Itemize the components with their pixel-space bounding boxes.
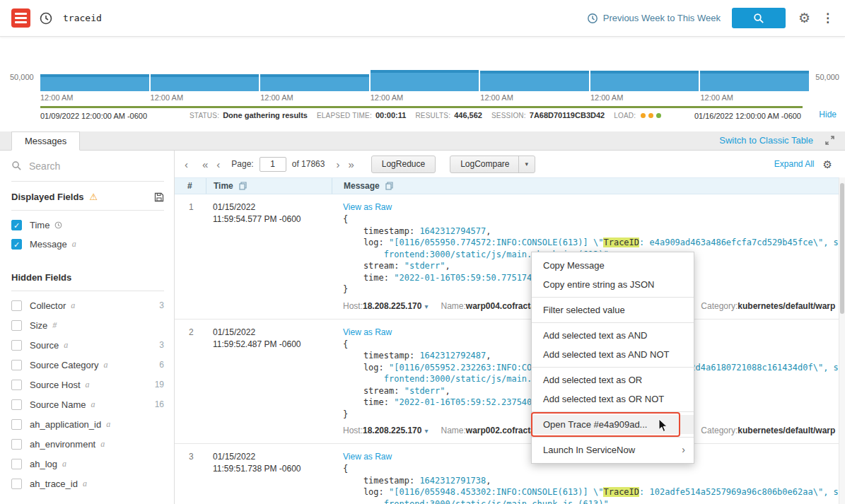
last-page-icon[interactable]: » — [348, 159, 354, 170]
log-text: , — [486, 351, 491, 361]
status-label: STATUS: — [190, 112, 219, 119]
checkbox[interactable] — [11, 399, 22, 410]
save-fields-icon[interactable] — [154, 192, 164, 202]
message-rows: 101/15/202211:59:54.577 PM -0600View as … — [175, 194, 839, 504]
field-search-input[interactable] — [29, 160, 135, 172]
meta-label: Name: — [441, 426, 465, 435]
field-type-icon: a — [62, 459, 66, 469]
log-text: { — [343, 464, 348, 474]
context-menu-item-launch-in-servicenow[interactable]: Launch In ServiceNow› — [532, 440, 694, 459]
switch-to-classic-table-link[interactable]: Switch to Classic Table — [719, 135, 813, 146]
log-text: log: — [343, 487, 389, 497]
view-as-raw-link[interactable]: View as Raw — [343, 452, 392, 462]
meta-field-host[interactable]: Host:18.208.225.170▾ — [343, 426, 428, 435]
histogram-bar[interactable] — [480, 71, 589, 91]
field-row-message[interactable]: ✓Messagea — [11, 235, 164, 254]
column-header-time[interactable]: Time — [206, 178, 332, 194]
menu-item-label: Filter selected value — [543, 305, 625, 315]
meta-field-host[interactable]: Host:18.208.225.170▾ — [343, 301, 428, 311]
context-menu-item-filter-selected-value[interactable]: Filter selected value — [532, 300, 694, 320]
log-json-line: { — [343, 463, 839, 475]
field-type-icon: a — [100, 439, 105, 450]
table-settings-gear-icon[interactable]: ⚙ — [823, 159, 832, 170]
field-row-ah-environment[interactable]: ah_environmenta — [11, 434, 164, 454]
context-menu-item-copy-message[interactable]: Copy Message — [532, 256, 694, 275]
more-options-kebab-icon[interactable]: ⋮ — [822, 12, 834, 24]
field-row-ah-trace-id[interactable]: ah_trace_ida — [11, 474, 164, 493]
sumo-logic-logo-icon[interactable] — [11, 8, 30, 28]
row-number: 2 — [175, 325, 206, 436]
meta-field-category[interactable]: Category:kubernetes/default/warp — [701, 301, 835, 311]
search-query-input[interactable]: traceid — [63, 13, 102, 23]
chevron-down-icon[interactable]: ▾ — [518, 156, 535, 172]
view-as-raw-link[interactable]: View as Raw — [343, 327, 392, 337]
pagination-toolbar: ‹ « ‹ Page: of 17863 › » LogReduce LogCo… — [175, 151, 845, 177]
histogram-bar[interactable] — [700, 71, 809, 91]
tab-messages[interactable]: Messages — [11, 131, 80, 151]
meta-field-category[interactable]: Category:kubernetes/default/warp — [701, 426, 835, 435]
page-total: of 17863 — [292, 159, 325, 169]
histogram-x-labels: 12:00 AM12:00 AM12:00 AM12:00 AM12:00 AM… — [40, 93, 809, 102]
time-range-selector[interactable]: Previous Week to This Week — [587, 13, 721, 24]
vertical-scrollbar[interactable] — [839, 177, 845, 504]
scrollbar-thumb[interactable] — [840, 183, 844, 314]
checkbox[interactable] — [11, 459, 22, 469]
field-row-ah-application-id[interactable]: ah_application_ida — [11, 414, 164, 434]
chevron-down-icon[interactable]: ▾ — [424, 427, 428, 435]
view-as-raw-link[interactable]: View as Raw — [343, 202, 392, 212]
expand-all-link[interactable]: Expand All — [774, 159, 815, 169]
logreduce-button[interactable]: LogReduce — [371, 156, 436, 173]
field-row-source-host[interactable]: Source Hosta19 — [11, 375, 164, 394]
context-menu-item-copy-entire-string-as-json[interactable]: Copy entire string as JSON — [532, 275, 694, 294]
field-search[interactable] — [11, 151, 164, 182]
histogram-bar[interactable] — [260, 74, 369, 91]
histogram-bar[interactable] — [590, 71, 699, 91]
field-row-time[interactable]: ✓Time — [11, 216, 164, 235]
back-icon[interactable]: ‹ — [185, 159, 188, 170]
page-number-input[interactable] — [260, 157, 286, 172]
checkbox[interactable] — [11, 360, 22, 370]
checkbox[interactable] — [11, 439, 22, 450]
checkbox[interactable]: ✓ — [11, 220, 22, 230]
checkbox[interactable] — [11, 340, 22, 351]
field-row-source[interactable]: Sourcea3 — [11, 335, 164, 355]
checkbox[interactable] — [11, 300, 22, 311]
hide-histogram-link[interactable]: Hide — [819, 110, 837, 119]
log-json-line: log: "[0116/055948.453302:INFO:CONSOLE(6… — [343, 486, 839, 498]
first-page-icon[interactable]: « — [202, 159, 208, 170]
previous-page-icon[interactable]: ‹ — [216, 159, 220, 170]
context-menu-item-add-selected-text-as-or[interactable]: Add selected text as OR — [532, 370, 694, 389]
histogram-bar[interactable] — [151, 74, 260, 91]
search-history-icon[interactable] — [39, 11, 53, 25]
histogram-x-label: 12:00 AM — [151, 93, 260, 102]
load-indicator-dot — [641, 113, 646, 118]
field-row-source-name[interactable]: Source Namea16 — [11, 394, 164, 414]
column-header-message[interactable]: Message — [332, 178, 845, 194]
expand-panel-icon[interactable] — [824, 135, 835, 146]
checkbox[interactable] — [11, 479, 22, 489]
logcompare-label: LogCompare — [460, 159, 509, 169]
field-row-collector[interactable]: Collectora3 — [11, 295, 164, 315]
checkbox[interactable]: ✓ — [11, 239, 22, 250]
log-text — [343, 374, 384, 384]
context-menu-item-add-selected-text-as-and-not[interactable]: Add selected text as AND NOT — [532, 345, 694, 364]
next-page-icon[interactable]: › — [336, 159, 339, 170]
run-search-button[interactable] — [732, 8, 786, 28]
histogram-bars[interactable] — [40, 70, 809, 91]
checkbox[interactable] — [11, 419, 22, 430]
context-menu-item-add-selected-text-as-or-not[interactable]: Add selected text as OR NOT — [532, 389, 694, 409]
copy-icon[interactable] — [239, 182, 247, 190]
logcompare-button[interactable]: LogCompare ▾ — [450, 156, 535, 173]
field-row-source-category[interactable]: Source Categorya6 — [11, 355, 164, 375]
field-row-ah-log[interactable]: ah_loga — [11, 454, 164, 474]
checkbox[interactable] — [11, 320, 22, 331]
histogram-bar[interactable] — [371, 70, 479, 91]
checkbox[interactable] — [11, 380, 22, 390]
settings-gear-icon[interactable]: ⚙ — [798, 11, 810, 25]
histogram-bar[interactable] — [40, 74, 149, 91]
copy-icon[interactable] — [385, 182, 393, 190]
context-menu-item-open-trace-e4a909ad[interactable]: Open Trace #e4a909ad... — [532, 415, 694, 434]
chevron-down-icon[interactable]: ▾ — [424, 303, 428, 310]
context-menu-item-add-selected-text-as-and[interactable]: Add selected text as AND — [532, 326, 694, 345]
field-row-size[interactable]: Size# — [11, 315, 164, 335]
